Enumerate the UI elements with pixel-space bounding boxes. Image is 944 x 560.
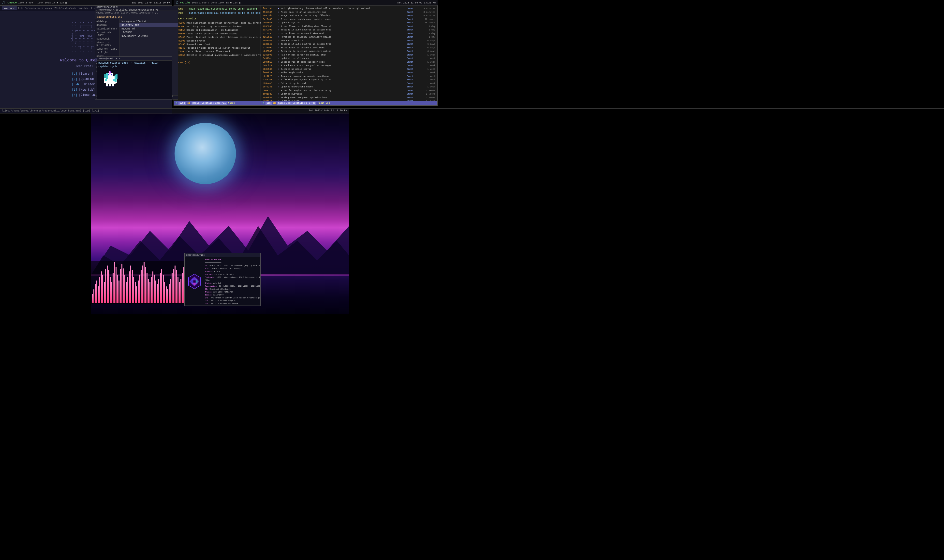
visualizer-bar: [148, 279, 149, 303]
visualizer-bar: [158, 279, 159, 303]
visualizer-bar: [179, 282, 180, 303]
visualizer-bar: [127, 277, 128, 303]
files-path: /home/emmet/.dotfiles/themes/uwwunicorn-…: [96, 12, 158, 14]
pokemon-title: emmet@snowfire:~: [99, 57, 120, 60]
git-left-modeline-buf: 1.8k: [179, 102, 186, 105]
pokemon-content: pokemon-colorscripts -n rapidash -f gala…: [97, 61, 172, 99]
visualizer-bar: [154, 275, 155, 303]
magit-log-row: b0010d2 ○ Updated pypyland Emmet 2 weeks: [263, 92, 435, 96]
sidebar-item-sellight[interactable]: selenized-light: [95, 31, 119, 37]
files-titlebar: emmet@snowfire: /home/emmet/.dotfiles/th…: [95, 6, 178, 11]
visualizer-bar: [135, 282, 136, 303]
visualizer-bar: [117, 275, 118, 303]
visualizer-bar: [96, 280, 97, 303]
visualizer-bar: [145, 267, 146, 303]
git-right-modeline: ● 11k 🔱 magit-log: .dotfiles 1:0 Top Mag…: [261, 101, 437, 105]
neofetch-de: DE: Hyprland (Wayland): [205, 288, 260, 291]
visualizer-bar: [110, 277, 111, 303]
magit-log-row: 3d8bb12 ○ Pinned embark and reorganized …: [263, 64, 435, 68]
screen-divider: [0, 108, 944, 109]
magit-log-row: f9ac130 ● main gitea/main github/ma Fixe…: [263, 7, 435, 11]
visualizer-bar: [124, 275, 125, 303]
visualizer-bar: [166, 286, 167, 303]
tb-right-icon: 🎵: [176, 1, 179, 4]
tb-right-youtube[interactable]: Youtube: [180, 2, 190, 4]
magit-log-row: 2774c0c ○ Extra lines to ensure flakes w…: [263, 46, 435, 50]
sidebar-item-spaceduck[interactable]: spaceduck: [95, 37, 119, 41]
magit-log-row: d954560 ○ Updated system Emmet 18 hours: [263, 22, 435, 25]
tb-music-icon: 🎵: [2, 1, 5, 4]
sidebar-item-aldhope[interactable]: ald-hope: [95, 20, 119, 23]
visualizer-bar: [147, 273, 148, 303]
svg-rect-6: [108, 74, 109, 75]
visualizer-bar: [108, 270, 109, 303]
magit-log-row: a255ba0 ○ Reverted to original uwwunicor…: [263, 35, 435, 39]
sidebar-item-seldark[interactable]: selenized-dark: [95, 27, 119, 31]
file-item-readme[interactable]: README.md: [119, 27, 178, 31]
visualizer-bar: [143, 262, 145, 303]
svg-rect-7: [111, 74, 112, 75]
pokemon-terminal-window: emmet@snowfire:~ pokemon-colorscripts -n…: [97, 57, 172, 100]
visualizer-bar: [113, 273, 114, 303]
pokemon-name: rapidash-galar: [98, 65, 171, 68]
tb-right-stats: 100% ▲ 599 ↓ 104% 100% 1% ■ 11% ▦: [192, 1, 241, 4]
tb-youtube-tab[interactable]: Youtube: [6, 2, 17, 4]
magit-log-row: c80d533 ○ Cleaned up magit config Emmet …: [263, 68, 435, 71]
magit-log-row: 3774c3c ○ Extra lines to ensure flakes w…: [263, 32, 435, 35]
visualizer-bar: [136, 286, 137, 303]
visualizer-bar: [93, 289, 94, 303]
qute-tab-youtube[interactable]: Youtube: [2, 6, 17, 10]
file-item-polarity[interactable]: polarity.txt: [119, 23, 178, 27]
sidebar-item-tomorrow[interactable]: tomorrow-night: [95, 47, 119, 51]
files-breadcrumb: background256.txt: [95, 15, 178, 19]
magit-log-row: e1c7253 ○ I finally got agenda + syncthi…: [263, 78, 435, 82]
neofetch-window: emmet@snowfire: [184, 253, 261, 306]
magit-log-row: 4955650 ○ Fixes flake not building when …: [263, 25, 435, 29]
pokemon-sprite: [98, 69, 120, 89]
sidebar-item-twilight[interactable]: twilight: [95, 51, 119, 54]
neofetch-info-block: emmet@snowfire ────────────── OS: NixOS …: [205, 258, 260, 305]
files-toolbar: /home/emmet/.dotfiles/themes/uwwunicorn-…: [95, 11, 178, 15]
visualizer-bar: [95, 284, 96, 303]
magit-log-row: a958d60 ○ Removed some bloat Emmet 6 day…: [263, 39, 435, 43]
visualizer-bar: [177, 277, 179, 303]
visualizer-bar: [105, 269, 106, 303]
visualizer-bar: [174, 266, 176, 303]
neofetch-shell: Shell: zsh 5.9: [205, 282, 260, 285]
magit-log-list: f9ac130 ● main gitea/main github/ma Fixe…: [263, 7, 435, 101]
magit-log-row: f96c136 ○ Fixes back to gh as screenshot…: [263, 11, 435, 14]
visualizer-bar: [139, 275, 140, 303]
magit-log-row: cefa230 ○ Updated uwwunicorn theme Emmet…: [263, 86, 435, 89]
bottom-area: 🎵 Youtube 100% ▲ 599 ↓ 104% 100% 1% ■ 11…: [0, 108, 944, 560]
neofetch-logo: [186, 258, 203, 305]
tb-bottom-time: Sat 2023-11-04 02:13:20 PM: [309, 109, 347, 112]
visualizer-bar: [133, 277, 134, 303]
svg-rect-9: [104, 74, 106, 78]
taskbar-top-left: 🎵 Youtube 100% ▲ 599 ↓ 104% 100% 1% ■ 11…: [0, 0, 172, 5]
file-item-license[interactable]: LICENSE: [119, 31, 178, 34]
svg-rect-4: [109, 71, 110, 74]
neofetch-packages: Packages: 1303 (nix-system), 2702 (nix-u…: [205, 276, 260, 282]
visualizer-bar: [120, 269, 121, 303]
neofetch-icons: Icons: alacritty: [205, 294, 260, 297]
git-left-buf-name: magit: .dotfiles 32:0 All: [191, 102, 227, 105]
git-left-mode: Magit: [228, 102, 235, 105]
magit-log-row: 3af2c30 ○ Fixes recent qutebrowser updat…: [263, 18, 435, 22]
visualizer-bar: [114, 262, 115, 303]
taskbar-top-right: 🎵 Youtube 100% ▲ 599 ↓ 104% 100% 1% ■ 11…: [174, 0, 438, 5]
neofetch-resolution: Resolution: 3840x2160@60Hz, 1920x1080, 1…: [205, 285, 260, 288]
visualizer-bar: [182, 273, 183, 303]
file-item-bg256[interactable]: background256.txt: [119, 20, 178, 23]
neofetch-host: Host: ASUS COMPUTER INC. G513QY: [205, 267, 260, 270]
visualizer-bar: [167, 289, 168, 303]
magit-log-row: a265880 ○ Reverted to original uwwunicor…: [263, 50, 435, 53]
nixos-logo-svg: [186, 273, 203, 290]
visualizer-bar: [119, 280, 119, 303]
qute-statusbar: file:///home/emmet/.browser/Tech/config/…: [0, 108, 172, 113]
visualizer-bar: [111, 282, 112, 303]
tb-right-time: Sat 2023-11-04 02:13:20 PM: [397, 2, 436, 4]
sidebar-item-dracula[interactable]: dracula: [95, 23, 119, 27]
git-right-content: f9ac130 ● main gitea/main github/ma Fixe…: [261, 6, 437, 101]
sidebar-item-starship[interactable]: starship-built-dark: [95, 41, 119, 47]
file-item-yaml[interactable]: uwwunicorn-yt.yaml: [119, 34, 178, 38]
